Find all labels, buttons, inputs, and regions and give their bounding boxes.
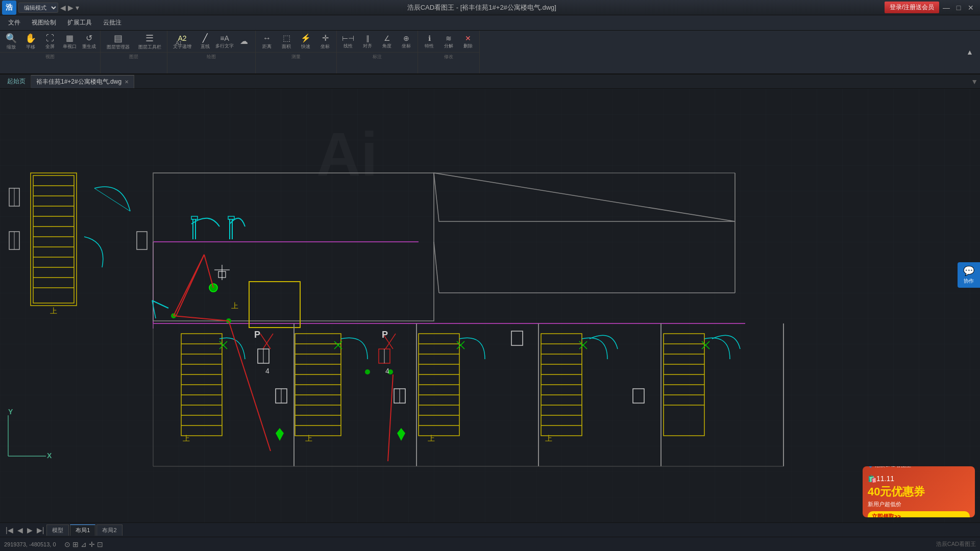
pan-button[interactable]: ✋ 平移 xyxy=(21,33,40,51)
distance-button[interactable]: ↔ 距离 xyxy=(258,33,276,51)
snap-icon[interactable]: ⊙ xyxy=(64,540,70,548)
toolbar-draw-section: A2 A1 文字递增 ╱ 直线 ≡A 多行文字 ☁ 绘图 xyxy=(167,31,256,73)
svg-text:4: 4 xyxy=(385,367,389,375)
svg-text:Y: Y xyxy=(8,408,13,416)
area-button[interactable]: ⬚ 面积 xyxy=(277,33,296,51)
mode-selector[interactable]: 编辑模式 xyxy=(18,3,58,13)
nav-back-icon[interactable]: ◀ xyxy=(60,4,66,12)
delete-button[interactable]: ✕ 删除 xyxy=(459,33,477,51)
svg-rect-134 xyxy=(511,331,523,345)
ad-subtitle: 新用户超低价 xyxy=(868,500,970,508)
osnap-icon[interactable]: ✛ xyxy=(89,540,95,548)
app-name-status: 浩辰CAD看图王 xyxy=(936,540,976,548)
explode-button[interactable]: ≋ 分解 xyxy=(439,33,458,51)
annotation-section-label: 标注 xyxy=(337,52,418,61)
minimize-button[interactable]: — xyxy=(941,3,951,13)
ad-title: 🛍️11.11 40元优惠券 xyxy=(868,471,970,499)
app-logo: 浩 xyxy=(2,1,16,15)
cad-canvas-area[interactable]: Ai 上 上 上 上 上 上 xyxy=(0,89,980,522)
svg-text:上: 上 xyxy=(231,302,238,310)
svg-text:4: 4 xyxy=(265,367,270,375)
layout-nav-last[interactable]: ▶| xyxy=(35,526,46,534)
svg-rect-125 xyxy=(137,232,147,249)
layout-nav-first[interactable]: |◀ xyxy=(4,526,15,534)
cad-drawing: Ai 上 上 上 上 上 上 xyxy=(0,89,980,522)
fullscreen-button[interactable]: ⛶ 全屏 xyxy=(41,33,59,51)
toolbar-view-section: 🔍 缩放 ✋ 平移 ⛶ 全屏 ▦ 单视口 ↺ 重生成 xyxy=(0,31,101,73)
menu-cloud-annotation[interactable]: 云批注 xyxy=(98,16,127,29)
ad-brand-text: 🔷 浩辰CAD看图王 xyxy=(868,466,970,469)
svg-text:P: P xyxy=(254,330,260,340)
dynin-icon[interactable]: ⊡ xyxy=(97,540,103,548)
window-title: 浩辰CAD看图王 - [裕丰佳苑1#+2#公寓楼电气.dwg] xyxy=(407,3,556,12)
modify-section-label: 修改 xyxy=(418,52,479,61)
tab-close-icon[interactable]: ✕ xyxy=(125,79,129,85)
layout-nav-prev[interactable]: ◀ xyxy=(16,526,24,534)
tab-layout1[interactable]: 布局1 xyxy=(70,524,95,536)
titlebar-left: 浩 编辑模式 ◀ ▶ ▾ xyxy=(0,1,79,15)
svg-point-97 xyxy=(365,369,370,374)
properties-button[interactable]: ℹ 特性 xyxy=(420,33,438,51)
svg-rect-1 xyxy=(0,89,980,522)
line-button[interactable]: ╱ 直线 xyxy=(196,33,214,51)
status-icons: ⊙ ⊞ ⊿ ✛ ⊡ xyxy=(64,540,103,548)
tab-home[interactable]: 起始页 xyxy=(2,75,31,88)
titlebar-right: 登录/注册送会员 — □ ✕ xyxy=(885,2,980,13)
polar-icon[interactable]: ⊿ xyxy=(81,540,87,548)
cloud-draw-button[interactable]: ☁ xyxy=(235,33,253,51)
toolbar-layer-section: ▤ 图层管理器 ☰ 图层工具栏 图层 xyxy=(101,31,167,73)
single-view-button[interactable]: ▦ 单视口 xyxy=(60,33,79,51)
draw-section-label: 绘图 xyxy=(167,52,255,61)
close-button[interactable]: ✕ xyxy=(966,3,976,13)
titlebar: 浩 编辑模式 ◀ ▶ ▾ 浩辰CAD看图王 - [裕丰佳苑1#+2#公寓楼电气.… xyxy=(0,0,980,15)
tab-bar: 起始页 裕丰佳苑1#+2#公寓楼电气.dwg ✕ ▼ xyxy=(0,74,980,89)
tab-collapse-icon[interactable]: ▼ xyxy=(971,78,978,86)
svg-text:X: X xyxy=(47,452,52,460)
layout-tabs: |◀ ◀ ▶ ▶| 模型 布局1 布局2 xyxy=(0,522,980,537)
aligned-dim-button[interactable]: ∥ 对齐 xyxy=(358,33,377,51)
layer-manager-button[interactable]: ▤ 图层管理器 xyxy=(103,33,133,51)
regenerate-button[interactable]: ↺ 重生成 xyxy=(80,33,98,51)
svg-rect-135 xyxy=(633,389,644,403)
tab-layout2[interactable]: 布局2 xyxy=(96,524,122,536)
linear-dim-button[interactable]: ⊢⊣ 线性 xyxy=(339,33,357,51)
toolbar-collapse-icon[interactable]: ▲ xyxy=(963,45,977,59)
nav-dropdown-icon[interactable]: ▾ xyxy=(76,4,79,12)
measure-section-label: 测量 xyxy=(256,52,336,61)
nav-forward-icon[interactable]: ▶ xyxy=(68,4,74,12)
ad-claim-button[interactable]: 立即领取>> xyxy=(868,511,970,517)
quick-measure-button[interactable]: ⚡ 快速 xyxy=(297,33,315,51)
multiline-text-button[interactable]: ≡A 多行文字 xyxy=(215,33,234,51)
menu-extend-tools[interactable]: 扩展工具 xyxy=(62,16,97,29)
layer-section-label: 图层 xyxy=(101,52,167,61)
svg-text:上: 上 xyxy=(50,307,57,315)
svg-text:Ai: Ai xyxy=(316,120,378,188)
text-increment-button[interactable]: A2 A1 文字递增 xyxy=(169,33,195,51)
coord-dim-button[interactable]: ⊕ 坐标 xyxy=(397,33,415,51)
menubar: 文件 视图绘制 扩展工具 云批注 xyxy=(0,15,980,31)
toolbar: 🔍 缩放 ✋ 平移 ⛶ 全屏 ▦ 单视口 ↺ 重生成 xyxy=(0,31,980,74)
coordinates-display: 2919373, -480513, 0 xyxy=(4,541,56,547)
tab-model[interactable]: 模型 xyxy=(46,524,69,536)
ad-banner[interactable]: 🔷 浩辰CAD看图王 🛍️11.11 40元优惠券 新用户超低价 立即领取>> xyxy=(863,466,975,517)
layout-nav-next[interactable]: ▶ xyxy=(26,526,34,534)
ortho-icon[interactable]: ⊞ xyxy=(72,540,79,548)
menu-view-draw[interactable]: 视图绘制 xyxy=(27,16,61,29)
coordinate-button[interactable]: ✛ 坐标 xyxy=(316,33,334,51)
svg-text:P: P xyxy=(382,330,388,340)
register-button[interactable]: 登录/注册送会员 xyxy=(885,2,939,13)
view-section-label: 视图 xyxy=(0,52,100,61)
menu-file[interactable]: 文件 xyxy=(3,16,26,29)
tab-file[interactable]: 裕丰佳苑1#+2#公寓楼电气.dwg ✕ xyxy=(31,75,134,88)
angle-dim-button[interactable]: ∠ 角度 xyxy=(378,33,396,51)
toolbar-modify-section: ℹ 特性 ≋ 分解 ✕ 删除 修改 xyxy=(418,31,480,73)
toolbar-annotation-section: ⊢⊣ 线性 ∥ 对齐 ∠ 角度 ⊕ 坐标 标注 xyxy=(337,31,418,73)
status-bar: 2919373, -480513, 0 ⊙ ⊞ ⊿ ✛ ⊡ 浩辰CAD看图王 xyxy=(0,537,980,551)
zoom-button[interactable]: 🔍 缩放 xyxy=(2,33,20,51)
layer-toolbar-button[interactable]: ☰ 图层工具栏 xyxy=(134,33,165,51)
chat-button[interactable]: 💬 协作 xyxy=(958,262,980,288)
maximize-button[interactable]: □ xyxy=(953,3,964,13)
toolbar-measure-section: ↔ 距离 ⬚ 面积 ⚡ 快速 ✛ 坐标 测量 xyxy=(256,31,337,73)
